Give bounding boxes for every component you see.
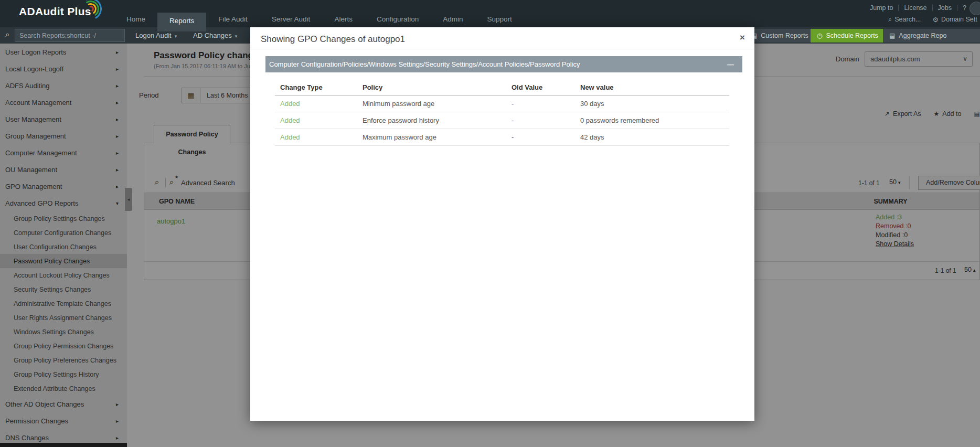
nav-item[interactable]: Home <box>114 12 157 27</box>
col-change-type: Change Type <box>275 80 357 95</box>
jobs-link[interactable]: Jobs <box>933 4 957 12</box>
nav-item[interactable]: Alerts <box>322 12 365 27</box>
utility-links: Jump to License Jobs ? <box>865 3 972 13</box>
clock-icon: ◷ <box>817 32 822 39</box>
chevron-down-icon: ▾ <box>235 34 238 39</box>
custom-reports-button[interactable]: ▤Custom Reports <box>745 29 815 42</box>
old-value-cell: - <box>506 129 575 146</box>
divider <box>250 49 754 49</box>
policy-cell: Maximum password age <box>357 129 506 146</box>
global-search-button[interactable]: ⌕ Search... <box>888 15 921 24</box>
report-page-icon: ▤ <box>889 32 895 39</box>
collapse-minus-icon[interactable]: — <box>727 56 734 72</box>
modal-table-row: Added Maximum password age - 42 days <box>275 129 729 146</box>
nav-item[interactable]: File Audit <box>206 12 260 27</box>
change-type-cell: Added <box>275 112 357 129</box>
domain-settings-button[interactable]: ⚙ Domain Sett <box>932 16 977 24</box>
policy-cell: Enforce password history <box>357 112 506 129</box>
main-nav: Home Reports File Audit Server Audit Ale… <box>114 0 524 27</box>
utility-tools: ⌕ Search... ⚙ Domain Sett <box>888 15 980 24</box>
gpo-changes-table: Change Type Policy Old Value New value A… <box>275 80 729 146</box>
modal-title: Showing GPO Changes of autogpo1 <box>261 34 405 45</box>
change-type-cell: Added <box>275 95 357 112</box>
gpo-changes-modal: Showing GPO Changes of autogpo1 × Comput… <box>250 27 754 421</box>
report-search-input[interactable] <box>15 29 125 42</box>
app-logo: ADAudit Plus <box>19 5 91 18</box>
gear-icon: ⚙ <box>932 16 939 24</box>
nav-item[interactable]: Configuration <box>365 12 431 27</box>
nav-item[interactable]: Admin <box>431 12 475 27</box>
new-value-cell: 0 passwords remembered <box>575 112 729 129</box>
nav-item[interactable]: Reports <box>157 13 206 31</box>
modal-table-header: Change Type Policy Old Value New value <box>275 80 729 95</box>
modal-table-row: Added Minimum password age - 30 days <box>275 95 729 112</box>
col-new-value: New value <box>575 80 729 95</box>
license-link[interactable]: License <box>899 4 932 12</box>
col-policy: Policy <box>357 80 506 95</box>
new-value-cell: 30 days <box>575 95 729 112</box>
old-value-cell: - <box>506 112 575 129</box>
nav-item[interactable]: Support <box>475 12 524 27</box>
chevron-down-icon: ▾ <box>175 34 177 39</box>
modal-table-body: Added Minimum password age - 30 days Add… <box>275 95 729 146</box>
aggregate-reports-button[interactable]: ▤Aggregate Repo <box>883 29 980 42</box>
close-icon[interactable]: × <box>740 33 745 43</box>
search-icon: ⌕ <box>5 30 9 39</box>
new-value-cell: 42 days <box>575 129 729 146</box>
account-icon[interactable] <box>970 2 980 15</box>
policy-cell: Minimum password age <box>357 95 506 112</box>
col-old-value: Old Value <box>506 80 575 95</box>
nav-item[interactable]: Server Audit <box>260 12 323 27</box>
top-bar: ADAudit Plus Home Reports File Audit Ser… <box>0 0 980 27</box>
jump-to-link[interactable]: Jump to <box>865 4 898 12</box>
schedule-reports-button[interactable]: ◷Schedule Reports <box>811 29 885 42</box>
policy-section-header[interactable]: Computer Configuration/Policies/Windows … <box>265 56 742 72</box>
modal-table-row: Added Enforce password history - 0 passw… <box>275 112 729 129</box>
change-type-cell: Added <box>275 129 357 146</box>
search-icon: ⌕ <box>888 15 892 24</box>
old-value-cell: - <box>506 95 575 112</box>
